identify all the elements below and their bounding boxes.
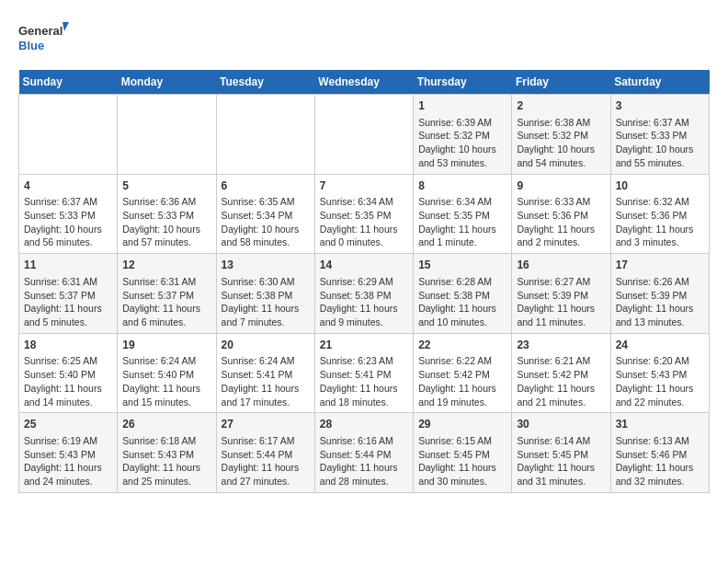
cell-info: Sunset: 5:36 PM — [517, 209, 605, 223]
svg-marker-2 — [63, 22, 69, 31]
calendar-cell: 25Sunrise: 6:19 AMSunset: 5:43 PMDayligh… — [19, 413, 118, 493]
week-row-1: 1Sunrise: 6:39 AMSunset: 5:32 PMDaylight… — [19, 95, 710, 175]
cell-info: Daylight: 11 hours and 11 minutes. — [517, 302, 605, 328]
day-number: 10 — [616, 178, 704, 194]
cell-info: Daylight: 11 hours and 25 minutes. — [122, 461, 210, 488]
cell-info: Sunset: 5:37 PM — [24, 289, 112, 303]
day-number: 15 — [418, 258, 506, 273]
calendar-cell: 18Sunrise: 6:25 AMSunset: 5:40 PMDayligh… — [19, 333, 118, 413]
day-number: 28 — [320, 417, 408, 432]
cell-info: Daylight: 11 hours and 1 minute. — [418, 223, 506, 249]
calendar-cell — [118, 95, 216, 175]
calendar-cell: 23Sunrise: 6:21 AMSunset: 5:42 PMDayligh… — [512, 333, 610, 413]
cell-info: Sunset: 5:32 PM — [418, 129, 506, 143]
cell-info: Sunrise: 6:19 AM — [24, 434, 112, 448]
cell-info: Daylight: 11 hours and 22 minutes. — [616, 382, 704, 408]
calendar-cell: 20Sunrise: 6:24 AMSunset: 5:41 PMDayligh… — [216, 333, 314, 413]
day-number: 18 — [24, 338, 112, 353]
day-number: 12 — [122, 258, 210, 273]
cell-info: Daylight: 11 hours and 30 minutes. — [418, 461, 506, 488]
calendar-cell: 4Sunrise: 6:37 AMSunset: 5:33 PMDaylight… — [19, 174, 118, 254]
calendar-cell: 9Sunrise: 6:33 AMSunset: 5:36 PMDaylight… — [512, 174, 610, 254]
cell-info: Daylight: 11 hours and 17 minutes. — [222, 382, 310, 408]
page-header: General Blue — [18, 18, 710, 55]
cell-info: Sunrise: 6:17 AM — [222, 434, 310, 448]
cell-info: Daylight: 11 hours and 14 minutes. — [24, 382, 112, 408]
column-header-monday: Monday — [118, 70, 216, 95]
cell-info: Sunset: 5:38 PM — [222, 289, 310, 303]
day-number: 27 — [222, 417, 310, 432]
calendar-cell: 17Sunrise: 6:26 AMSunset: 5:39 PMDayligh… — [610, 254, 709, 334]
day-number: 20 — [222, 338, 310, 353]
calendar-cell: 22Sunrise: 6:22 AMSunset: 5:42 PMDayligh… — [414, 333, 512, 413]
week-row-4: 18Sunrise: 6:25 AMSunset: 5:40 PMDayligh… — [19, 333, 710, 413]
cell-info: Daylight: 11 hours and 19 minutes. — [418, 382, 506, 408]
cell-info: Daylight: 11 hours and 2 minutes. — [517, 223, 605, 249]
cell-info: Sunset: 5:33 PM — [616, 129, 704, 143]
cell-info: Daylight: 11 hours and 6 minutes. — [122, 302, 210, 328]
calendar-cell — [314, 95, 413, 175]
day-number: 29 — [418, 417, 506, 432]
cell-info: Daylight: 11 hours and 24 minutes. — [24, 461, 112, 488]
day-number: 16 — [517, 258, 605, 273]
cell-info: Sunrise: 6:32 AM — [616, 195, 704, 209]
cell-info: Daylight: 10 hours and 55 minutes. — [616, 143, 704, 169]
cell-info: Daylight: 10 hours and 54 minutes. — [517, 143, 605, 169]
column-header-wednesday: Wednesday — [314, 70, 413, 95]
cell-info: Sunrise: 6:35 AM — [222, 195, 310, 209]
cell-info: Sunset: 5:42 PM — [517, 368, 605, 382]
cell-info: Daylight: 11 hours and 32 minutes. — [616, 461, 704, 488]
cell-info: Sunset: 5:39 PM — [517, 289, 605, 303]
cell-info: Sunrise: 6:37 AM — [616, 116, 704, 130]
cell-info: Daylight: 11 hours and 28 minutes. — [320, 461, 408, 488]
cell-info: Sunset: 5:39 PM — [616, 289, 704, 303]
calendar-header-row: SundayMondayTuesdayWednesdayThursdayFrid… — [19, 70, 710, 95]
cell-info: Daylight: 11 hours and 18 minutes. — [320, 382, 408, 408]
cell-info: Daylight: 10 hours and 57 minutes. — [122, 223, 210, 249]
cell-info: Sunrise: 6:34 AM — [418, 195, 506, 209]
column-header-saturday: Saturday — [610, 70, 709, 95]
cell-info: Sunrise: 6:25 AM — [24, 354, 112, 368]
calendar-table: SundayMondayTuesdayWednesdayThursdayFrid… — [18, 70, 710, 493]
cell-info: Sunrise: 6:36 AM — [122, 195, 210, 209]
cell-info: Sunrise: 6:37 AM — [24, 195, 112, 209]
day-number: 5 — [122, 178, 210, 194]
cell-info: Daylight: 11 hours and 10 minutes. — [418, 302, 506, 328]
cell-info: Sunset: 5:44 PM — [320, 448, 408, 462]
cell-info: Sunrise: 6:33 AM — [517, 195, 605, 209]
svg-text:General: General — [18, 24, 63, 38]
cell-info: Sunrise: 6:16 AM — [320, 434, 408, 448]
calendar-cell: 29Sunrise: 6:15 AMSunset: 5:45 PMDayligh… — [414, 413, 512, 493]
calendar-cell — [216, 95, 314, 175]
cell-info: Sunrise: 6:22 AM — [418, 354, 506, 368]
calendar-cell: 3Sunrise: 6:37 AMSunset: 5:33 PMDaylight… — [610, 95, 709, 175]
cell-info: Daylight: 10 hours and 53 minutes. — [418, 143, 506, 169]
day-number: 8 — [418, 178, 506, 194]
cell-info: Sunset: 5:44 PM — [222, 448, 310, 462]
calendar-cell: 7Sunrise: 6:34 AMSunset: 5:35 PMDaylight… — [314, 174, 413, 254]
cell-info: Sunrise: 6:23 AM — [320, 354, 408, 368]
day-number: 25 — [24, 417, 112, 432]
day-number: 4 — [24, 178, 112, 194]
cell-info: Sunrise: 6:20 AM — [616, 354, 704, 368]
calendar-cell: 10Sunrise: 6:32 AMSunset: 5:36 PMDayligh… — [610, 174, 709, 254]
day-number: 3 — [616, 98, 704, 114]
cell-info: Sunrise: 6:21 AM — [517, 354, 605, 368]
calendar-cell: 19Sunrise: 6:24 AMSunset: 5:40 PMDayligh… — [118, 333, 216, 413]
column-header-sunday: Sunday — [19, 70, 118, 95]
cell-info: Sunset: 5:40 PM — [122, 368, 210, 382]
column-header-thursday: Thursday — [414, 70, 512, 95]
cell-info: Sunrise: 6:15 AM — [418, 434, 506, 448]
cell-info: Sunrise: 6:39 AM — [418, 116, 506, 130]
cell-info: Sunset: 5:38 PM — [418, 289, 506, 303]
cell-info: Sunrise: 6:31 AM — [24, 275, 112, 289]
calendar-cell: 26Sunrise: 6:18 AMSunset: 5:43 PMDayligh… — [118, 413, 216, 493]
cell-info: Sunset: 5:40 PM — [24, 368, 112, 382]
cell-info: Daylight: 11 hours and 0 minutes. — [320, 223, 408, 249]
day-number: 2 — [517, 98, 605, 114]
calendar-cell: 2Sunrise: 6:38 AMSunset: 5:32 PMDaylight… — [512, 95, 610, 175]
cell-info: Sunrise: 6:29 AM — [320, 275, 408, 289]
day-number: 7 — [320, 178, 408, 194]
calendar-cell: 28Sunrise: 6:16 AMSunset: 5:44 PMDayligh… — [314, 413, 413, 493]
cell-info: Sunset: 5:45 PM — [517, 448, 605, 462]
